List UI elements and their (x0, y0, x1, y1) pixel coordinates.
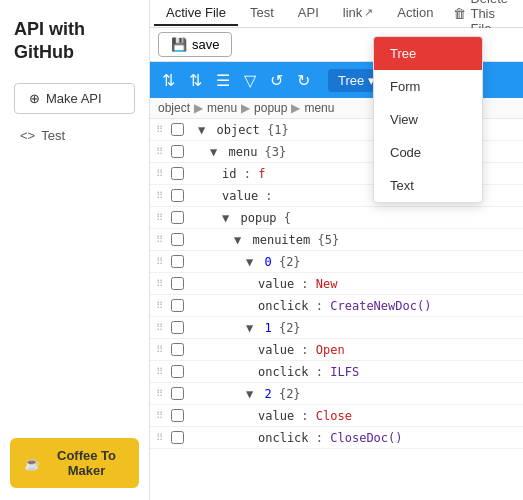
row-gutter: ⠿ (150, 273, 168, 294)
row-gutter: ⠿ (150, 229, 168, 250)
row-checkbox[interactable] (168, 321, 186, 334)
make-api-button[interactable]: ⊕ Make API (14, 83, 135, 114)
row-checkbox[interactable] (168, 343, 186, 356)
row-checkbox[interactable] (168, 167, 186, 180)
row-content: onclick : CloseDoc() (186, 431, 523, 445)
collapse-arrow: ▼ (246, 255, 253, 269)
view-dropdown-menu: Tree Form View Code Text (373, 36, 483, 203)
collapse-arrow: ▼ (246, 321, 253, 335)
tab-bar: Active File Test API link ↗ Action 🗑 Del… (150, 0, 523, 28)
tree-row[interactable]: ⠿ ▼ popup { (150, 207, 523, 229)
row-gutter: ⠿ (150, 185, 168, 206)
sort-up-icon[interactable]: ⇅ (158, 69, 179, 92)
row-content: ▼ 1 {2} (186, 321, 523, 335)
row-gutter: ⠿ (150, 207, 168, 228)
row-gutter: ⠿ (150, 251, 168, 272)
tree-row[interactable]: ⠿ ▼ menuitem {5} (150, 229, 523, 251)
breadcrumb-menu2: menu (304, 101, 334, 115)
tree-row[interactable]: ⠿ value : New (150, 273, 523, 295)
row-gutter: ⠿ (150, 405, 168, 426)
tree-row[interactable]: ⠿ ▼ 2 {2} (150, 383, 523, 405)
row-checkbox[interactable] (168, 299, 186, 312)
row-content: value : Close (186, 409, 523, 423)
collapse-arrow: ▼ (246, 387, 253, 401)
tab-test[interactable]: Test (238, 1, 286, 26)
save-button[interactable]: 💾 save (158, 32, 232, 57)
save-icon: 💾 (171, 37, 187, 52)
row-gutter: ⠿ (150, 119, 168, 140)
breadcrumb-sep-3: ▶ (291, 101, 300, 115)
row-content: ▼ popup { (186, 211, 523, 225)
collapse-arrow: ▼ (234, 233, 241, 247)
row-gutter: ⠿ (150, 383, 168, 404)
undo-icon[interactable]: ↺ (266, 69, 287, 92)
trash-icon: 🗑 (453, 6, 466, 21)
sidebar-item-test[interactable]: <> Test (0, 122, 149, 149)
tree-row[interactable]: ⠿ onclick : CreateNewDoc() (150, 295, 523, 317)
tree-row[interactable]: ⠿ ▼ 1 {2} (150, 317, 523, 339)
collapse-arrow: ▼ (222, 211, 229, 225)
dropdown-item-text[interactable]: Text (374, 169, 482, 202)
row-checkbox[interactable] (168, 365, 186, 378)
tree-row[interactable]: ⠿ ▼ 0 {2} (150, 251, 523, 273)
row-checkbox[interactable] (168, 387, 186, 400)
sidebar-bottom: ☕ Coffee To Maker (0, 426, 149, 500)
row-gutter: ⠿ (150, 361, 168, 382)
dropdown-item-tree[interactable]: Tree (374, 37, 482, 70)
tree-row[interactable]: ⠿ value : Open (150, 339, 523, 361)
breadcrumb-sep-2: ▶ (241, 101, 250, 115)
dropdown-item-code[interactable]: Code (374, 136, 482, 169)
sidebar: API with GitHub ⊕ Make API <> Test ☕ Cof… (0, 0, 150, 500)
tab-api[interactable]: API (286, 1, 331, 26)
row-gutter: ⠿ (150, 295, 168, 316)
breadcrumb-popup: popup (254, 101, 287, 115)
sort-down-icon[interactable]: ⇅ (185, 69, 206, 92)
row-checkbox[interactable] (168, 431, 186, 444)
code-icon: <> (20, 128, 35, 143)
row-gutter: ⠿ (150, 141, 168, 162)
external-link-icon: ↗ (364, 6, 373, 19)
row-checkbox[interactable] (168, 211, 186, 224)
filter-icon[interactable]: ▽ (240, 69, 260, 92)
row-checkbox[interactable] (168, 123, 186, 136)
tab-active-file[interactable]: Active File (154, 1, 238, 26)
row-content: ▼ 0 {2} (186, 255, 523, 269)
tree-row[interactable]: ⠿ value : Close (150, 405, 523, 427)
row-content: value : New (186, 277, 523, 291)
breadcrumb-object: object (158, 101, 190, 115)
tab-link[interactable]: link ↗ (331, 1, 386, 26)
main-panel: Active File Test API link ↗ Action 🗑 Del… (150, 0, 523, 500)
dropdown-item-view[interactable]: View (374, 103, 482, 136)
redo-icon[interactable]: ↻ (293, 69, 314, 92)
row-gutter: ⠿ (150, 163, 168, 184)
breadcrumb-sep-1: ▶ (194, 101, 203, 115)
row-gutter: ⠿ (150, 339, 168, 360)
tab-action[interactable]: Action (385, 1, 445, 26)
tree-row[interactable]: ⠿ onclick : ILFS (150, 361, 523, 383)
row-content: value : Open (186, 343, 523, 357)
coffee-icon: ☕ (24, 456, 40, 471)
row-content: onclick : CreateNewDoc() (186, 299, 523, 313)
row-content: ▼ menuitem {5} (186, 233, 523, 247)
coffee-button[interactable]: ☕ Coffee To Maker (10, 438, 139, 488)
row-checkbox[interactable] (168, 189, 186, 202)
row-gutter: ⠿ (150, 427, 168, 448)
row-content: ▼ 2 {2} (186, 387, 523, 401)
sidebar-title: API with GitHub (0, 0, 149, 75)
row-checkbox[interactable] (168, 409, 186, 422)
row-checkbox[interactable] (168, 233, 186, 246)
row-gutter: ⠿ (150, 317, 168, 338)
dropdown-item-form[interactable]: Form (374, 70, 482, 103)
row-content: onclick : ILFS (186, 365, 523, 379)
plus-icon: ⊕ (29, 91, 40, 106)
row-checkbox[interactable] (168, 255, 186, 268)
row-checkbox[interactable] (168, 277, 186, 290)
collapse-arrow: ▼ (198, 123, 205, 137)
collapse-arrow: ▼ (210, 145, 217, 159)
row-checkbox[interactable] (168, 145, 186, 158)
tree-row[interactable]: ⠿ onclick : CloseDoc() (150, 427, 523, 449)
list-icon[interactable]: ☰ (212, 69, 234, 92)
breadcrumb-menu: menu (207, 101, 237, 115)
